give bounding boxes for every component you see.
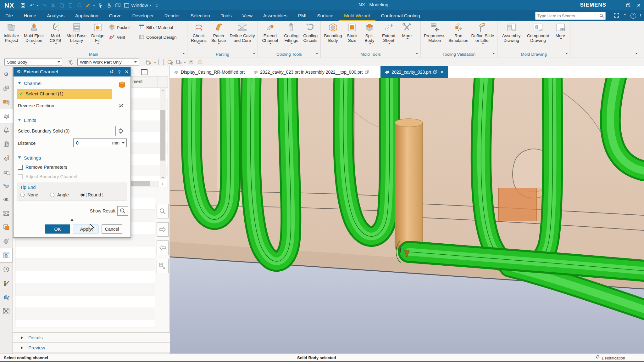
notification-area[interactable]: 1 Notification [596,355,625,361]
dropdown-caret-icon[interactable] [269,43,272,45]
dropdown-caret-icon[interactable] [369,43,371,45]
group-dropdown-icon[interactable] [253,53,255,55]
menu-file[interactable]: File [0,10,18,21]
group-dropdown-icon[interactable] [416,53,418,55]
menu-conformal-cooling[interactable]: Conformal Cooling [375,10,425,21]
radio-angle[interactable]: Angle [50,192,70,198]
panel-maximize-icon[interactable] [141,69,147,75]
selection-type-filter[interactable]: Solid Body [4,59,62,65]
radio-icon[interactable] [20,193,25,197]
dropdown-caret-icon[interactable] [560,38,562,41]
stock-size-button[interactable]: Stock Size [344,21,360,50]
search-icon[interactable] [598,14,605,18]
limits-section-header[interactable]: Limits [18,116,130,123]
alerts-icon[interactable]: ! [640,13,641,18]
selection-sphere-icon[interactable] [76,2,83,9]
save-icon[interactable] [19,2,26,9]
patch-surface-button[interactable]: Patch Surface [209,21,228,50]
extend-sheet-button[interactable]: Extend Sheet [379,21,399,50]
assembly-drawing-button[interactable]: Assembly Drawing [499,21,524,50]
redo-icon[interactable]: ↷ [41,2,47,9]
graphics-window[interactable]: Display_Casing_RR-Modified.prt 2022_cavi… [170,66,644,354]
vertical-scrollbar[interactable]: ⌃ ⌄ [160,88,166,179]
settings-section-header[interactable]: Settings [18,154,130,161]
visual-reports-icon[interactable] [0,290,12,304]
menu-view[interactable]: View [237,10,258,21]
split-body-button[interactable]: Split Body [360,21,379,50]
ghost-body-icon[interactable] [188,59,194,65]
select-channel-row[interactable]: ✓ Select Channel (1) [17,89,112,99]
dropdown-caret-icon[interactable] [291,43,293,45]
menu-assemblies[interactable]: Assemblies [258,10,293,21]
panel-add-to-view-button[interactable] [157,259,169,273]
notifications-bell-icon[interactable] [0,123,12,137]
snap-point-icon[interactable] [146,59,152,65]
color-palette-wand-icon[interactable] [0,276,12,290]
work-section-icon[interactable] [176,59,182,65]
dropdown-caret-icon[interactable] [76,43,78,45]
panel-back-button[interactable] [157,240,169,255]
cancel-button[interactable]: Cancel [102,224,122,234]
extend-channel-dialog[interactable]: ⚙ Extend Channel ↺ ? ✕ Channel ✓ Select … [13,67,131,238]
dropdown-caret-icon[interactable] [482,43,484,45]
show-hide-component-icon[interactable] [167,59,173,65]
window-icon[interactable] [123,2,130,9]
menu-mold-wizard[interactable]: Mold Wizard [339,10,375,21]
details-section[interactable]: Details [13,332,170,342]
minimize-ribbon-icon[interactable]: ⌃ [623,13,627,19]
list-item[interactable] [15,246,155,259]
detach-window-icon[interactable] [365,70,369,75]
mold-base-library-button[interactable]: Mold Base Library [64,21,88,50]
pen-caret-icon[interactable] [93,5,95,7]
cascade-windows-icon[interactable] [114,2,121,9]
snap-caret-icon[interactable] [154,62,156,64]
run-simulation-button[interactable]: Run Simulation [447,21,469,50]
selected-channel-cylinder[interactable] [395,119,423,252]
menu-pmi[interactable]: PMI [293,10,312,21]
pocket-button[interactable]: Pocket [109,24,135,31]
checkbox-icon[interactable] [18,165,23,170]
menu-application[interactable]: Application [70,10,103,21]
dialog-titlebar[interactable]: ⚙ Extend Channel ↺ ? ✕ [14,67,130,76]
extend-channel-button[interactable]: Extend Channel [259,21,281,50]
section-caret-icon[interactable] [184,62,186,64]
dropdown-caret-icon[interactable] [388,43,391,45]
scrollbar-thumb[interactable] [160,110,165,161]
filter-reset-icon[interactable] [68,59,74,65]
selection-scope-filter[interactable]: Within Work Part Only [77,59,139,65]
paste-icon[interactable] [67,2,74,9]
constraint-navigator-icon[interactable] [0,95,12,109]
ok-button[interactable]: OK [45,224,70,234]
touch-mode-icon[interactable] [106,2,113,9]
visibility-eye-icon[interactable] [0,193,12,206]
channel-section-header[interactable]: Channel [18,80,130,87]
preview-section[interactable]: Preview [13,342,170,353]
utilities-tools-icon[interactable] [0,304,12,318]
dialog-close-icon[interactable]: ✕ [123,69,130,75]
tab-display-casing[interactable]: Display_Casing_RR-Modified.prt [170,66,249,78]
window-menu-caret-icon[interactable] [149,5,152,7]
search-input[interactable] [536,14,598,18]
simulation-navigator-icon[interactable] [0,179,12,193]
dropdown-caret-icon[interactable] [218,43,220,45]
design-fill-button[interactable]: Design Fill [89,21,107,50]
group-dropdown-icon[interactable] [182,53,185,55]
initialize-project-button[interactable]: Initialize Project [1,21,22,50]
list-item[interactable] [15,271,155,283]
part-search-icon[interactable] [0,165,12,179]
define-slide-lifter-button[interactable]: Define Slide or Lifter [469,21,496,50]
define-cavity-core-button[interactable]: Define Cavity and Core [228,21,256,50]
ribbon-overflow-icon[interactable] [635,53,638,55]
tab-cavity-active[interactable]: 2022_cavity_023.prt ✕ [380,66,448,78]
group-dropdown-icon[interactable] [316,53,318,55]
mold-eject-direction-button[interactable]: Mold Eject Direction [22,21,46,50]
mold-tools-more-button[interactable]: More [399,21,415,50]
dropdown-caret-icon[interactable] [33,43,36,45]
panel-search-button[interactable] [157,204,169,218]
dialog-help-icon[interactable]: ? [115,69,123,75]
close-icon[interactable]: ✕ [633,0,644,10]
menu-developer[interactable]: Developer [127,10,159,21]
menu-render[interactable]: Render [159,10,185,21]
viewport-3d-scene[interactable] [170,78,644,354]
window-menu[interactable]: Window [131,2,148,9]
